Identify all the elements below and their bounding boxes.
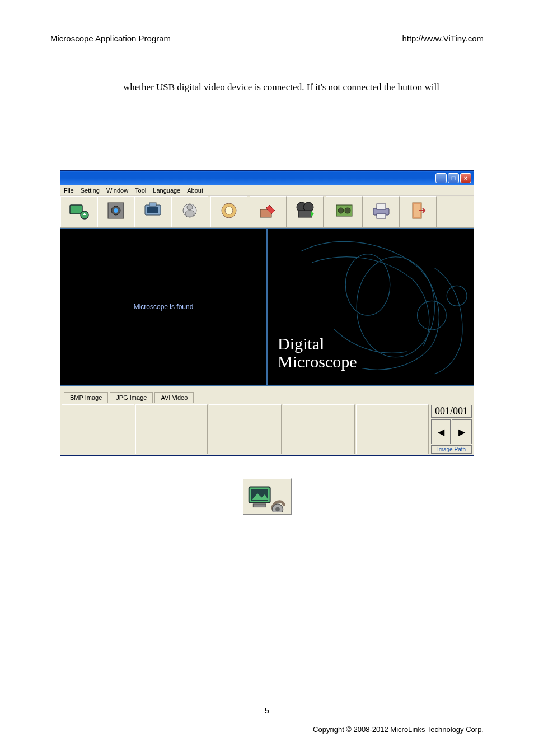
recorder-button[interactable] [326,196,363,227]
splash-text: Digital Microscope [278,335,357,370]
titlebar: _ □ × [60,171,474,185]
menu-setting[interactable]: Setting [81,187,100,194]
print-icon [370,199,392,224]
svg-point-9 [187,204,193,210]
menu-tool[interactable]: Tool [135,187,146,194]
preview-area: Microscope is found [60,228,474,386]
status-text: Microscope is found [134,303,194,311]
image-path-button[interactable]: Image Path [431,445,472,454]
menu-language[interactable]: Language [153,187,180,194]
recorder-icon [333,199,355,224]
snapshot-icon [142,199,164,224]
svg-rect-10 [185,211,194,216]
copyright: Copyright © 2008-2012 MicroLinks Technol… [0,725,534,734]
thumb-slot[interactable] [283,404,355,454]
thumb-controls: 001/001 ◀ ▶ Image Path [429,403,474,455]
connect-button[interactable] [60,196,97,227]
page-counter: 001/001 [431,405,472,418]
svg-point-18 [338,208,344,213]
thumb-slot[interactable] [62,404,134,454]
menu-about[interactable]: About [187,187,203,194]
device-button[interactable] [97,196,134,227]
print-button[interactable] [363,196,400,227]
save-button[interactable] [171,196,208,227]
exit-button[interactable] [400,196,437,227]
svg-point-12 [225,207,233,214]
menu-file[interactable]: File [64,187,74,194]
svg-rect-32 [253,504,266,507]
svg-point-34 [275,507,280,512]
open-button[interactable] [210,196,247,227]
device-icon [105,199,127,224]
svg-point-4 [114,208,118,213]
thumb-slot[interactable] [209,404,282,454]
svg-rect-21 [377,204,386,209]
svg-rect-0 [70,205,82,214]
thumbnail-strip: 001/001 ◀ ▶ Image Path [60,403,474,455]
svg-rect-7 [147,207,158,213]
tab-jpg[interactable]: JPG Image [110,392,153,403]
right-preview: Digital Microscope [268,229,474,385]
prev-button[interactable]: ◀ [431,419,451,444]
video-button[interactable] [287,196,324,227]
svg-rect-22 [377,214,386,218]
thumb-slot[interactable] [135,404,208,454]
maximize-button[interactable]: □ [448,173,459,183]
inline-icon-figure [50,478,484,515]
svg-point-19 [345,208,350,213]
doc-header-right: http://www.ViTiny.com [402,34,484,43]
exit-icon [407,199,429,224]
page-number: 5 [0,706,534,715]
connect-icon [242,478,292,515]
minimize-button[interactable]: _ [435,173,447,183]
toolbar [60,196,474,228]
video-icon [294,199,316,224]
thumb-slot[interactable] [356,404,429,454]
doc-header-left: Microscope Application Program [50,34,171,43]
save-icon [179,199,201,224]
snapshot-button[interactable] [134,196,171,227]
open-icon [218,199,240,224]
left-preview: Microscope is found [60,229,268,385]
close-button[interactable]: × [460,173,471,183]
menu-window[interactable]: Window [106,187,128,194]
tab-bmp[interactable]: BMP Image [64,392,108,403]
edit-button[interactable] [250,196,287,227]
tab-avi[interactable]: AVI Video [154,392,194,403]
body-paragraph: whether USB digital video device is conn… [50,77,484,97]
connect-icon [68,199,90,224]
next-button[interactable]: ▶ [452,419,472,444]
tabs-row: BMP Image JPG Image AVI Video [60,386,474,403]
svg-rect-6 [149,203,156,206]
edit-icon [257,199,279,224]
svg-rect-16 [298,211,312,217]
menubar: File Setting Window Tool Language About [60,185,474,196]
app-window: _ □ × File Setting Window Tool Language … [60,170,474,456]
